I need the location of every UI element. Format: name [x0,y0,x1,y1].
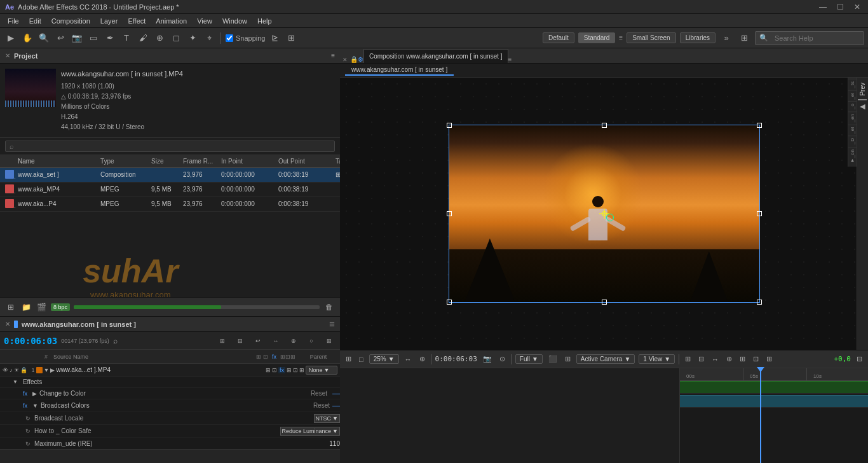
workspace-libraries[interactable]: Libraries [680,32,715,43]
vc-camera-icon[interactable]: 📷 [481,355,494,363]
effect-label-ts[interactable]: _ts [848,79,857,90]
effects-expand-icon[interactable]: ▼ [13,379,18,385]
th-framerate[interactable]: Frame R... [180,156,219,166]
menu-help[interactable]: Help [252,16,277,26]
layer-switch-1[interactable]: ⊞ [266,367,271,373]
layer-switch-5[interactable]: ⊞ [299,367,304,373]
handle-top-left[interactable] [447,123,452,128]
prev-seek-icon[interactable]: |◄ [858,99,868,111]
th-type[interactable]: Type [98,156,149,166]
menu-animation[interactable]: Animation [151,16,192,26]
layer-switch-3[interactable]: ⊞ [287,367,292,373]
effect-label-el2[interactable]: _el [848,125,857,136]
handle-bottom-left[interactable] [447,300,452,305]
timeline-close-icon[interactable]: ✕ [5,321,10,328]
tl-ctrl-4[interactable]: ↔ [269,334,283,348]
tool-text[interactable]: T [119,31,133,45]
effect-label-on[interactable]: ▼_on [848,147,857,165]
table-row[interactable]: www.aka_MP4 MPEG 9,5 MB 23,976 0:00:00:0… [0,183,340,197]
tool-camera[interactable]: 📷 [70,31,84,45]
handle-top-mid[interactable] [602,123,607,128]
quality-dropdown[interactable]: Full ▼ [515,354,543,364]
vc-btn-5[interactable]: ⊞ [738,355,747,363]
vc-btn-6[interactable]: ⊡ [751,355,761,363]
camera-dropdown[interactable]: Active Camera ▼ [576,354,635,364]
layer-visible-icon[interactable]: 👁 [3,367,8,373]
vc-zoom-icon[interactable]: ⊕ [417,355,427,363]
menu-layer[interactable]: Layer [95,16,123,26]
toolbar-icon-1[interactable]: ⊞ [737,31,751,45]
layer-expand-2[interactable]: ▶ [50,367,55,373]
th-inpoint[interactable]: In Point [219,156,276,166]
tl-ctrl-5[interactable]: ⊕ [287,334,301,348]
tool-brush[interactable]: 🖌 [136,31,150,45]
footer-trash-icon[interactable]: 🗑 [323,301,335,313]
snap-icon-2[interactable]: ⊞ [285,31,299,45]
tl-ctrl-2[interactable]: ⊟ [233,334,247,348]
timecode-display[interactable]: 0:00:06:03 [4,336,57,346]
vc-display-icon[interactable]: ⬛ [546,355,559,363]
locale-dropdown[interactable]: NTSC ▼ [314,414,340,423]
tool-rotate[interactable]: ↩ [53,31,67,45]
tool-selection[interactable]: ▶ [4,31,18,45]
search-input[interactable] [771,33,860,43]
ctc-expand-icon[interactable]: ▶ [32,390,37,397]
menu-file[interactable]: File [3,16,24,26]
th-size[interactable]: Size [149,156,180,166]
layer-audio-icon[interactable]: ♪ [10,367,13,373]
zoom-dropdown[interactable]: 25% ▼ [369,354,399,364]
track-1-bar-green[interactable] [680,381,868,393]
effect-label-el1[interactable]: _el [848,90,857,102]
tool-eraser[interactable]: ◻ [169,31,183,45]
comp-tab-settings-icon[interactable]: ⚙ [358,56,363,63]
vc-fit-icon[interactable]: ↔ [403,356,414,363]
colortype-cycle-icon[interactable]: ↻ [25,428,31,434]
change-color-reset[interactable]: Reset [311,390,327,397]
vc-grid-icon[interactable]: ⊞ [563,355,573,363]
vc-btn-4[interactable]: ⊕ [724,355,734,363]
vc-always-preview[interactable]: ⊞ [344,355,353,363]
effect-label-o[interactable]: _o [848,101,857,111]
playhead[interactable] [760,368,761,463]
tl-ctrl-3[interactable]: ↩ [251,334,265,348]
tool-rect[interactable]: ▭ [86,31,100,45]
menu-window[interactable]: Window [217,16,252,26]
layer-switch-2[interactable]: ⊡ [272,367,277,373]
bc-expand-icon[interactable]: ▼ [32,403,38,409]
comp-canvas[interactable] [449,125,760,303]
menu-edit[interactable]: Edit [24,16,46,26]
comp-tab-main[interactable]: Composition www.akangsuhar.com [ in suns… [363,49,508,63]
extend-workspace[interactable]: » [719,31,733,45]
timeline-search-btn[interactable]: ⌕ [113,336,118,345]
parent-dropdown[interactable]: None ▼ [306,366,337,375]
timeline-menu-icon[interactable]: ☰ [329,321,335,328]
minimize-button[interactable]: — [817,3,829,11]
effect-label-d[interactable]: _D [848,135,857,146]
menu-composition[interactable]: Composition [46,16,95,26]
ire-cycle-icon[interactable]: ↻ [25,441,31,447]
table-row[interactable]: www.aka_set ] Composition 23,976 0:00:00… [0,168,340,183]
table-row[interactable]: www.aka...P4 MPEG 9,5 MB 23,976 0:00:00:… [0,197,340,212]
vc-btn-2[interactable]: ⊟ [696,355,706,363]
footer-icon-2[interactable]: 📁 [20,301,32,313]
broadcast-reset[interactable]: Reset [313,402,330,409]
tool-puppet[interactable]: ✦ [186,31,200,45]
tool-clone[interactable]: ⊕ [153,31,166,45]
effect-label-en[interactable]: _en [848,111,857,124]
handle-bottom-mid[interactable] [602,300,607,305]
view-dropdown[interactable]: 1 View ▼ [639,354,675,364]
layer-name-1[interactable]: www.aka...et ].MP4 [56,366,264,373]
project-search-input[interactable] [5,141,335,152]
handle-mid-right[interactable] [757,211,762,216]
track-2-bar-teal[interactable] [680,395,868,407]
prev-label[interactable]: Prev [859,80,866,99]
comp-options-icon[interactable]: ≡ [508,56,512,63]
layer-fx-btn[interactable]: fx [278,367,285,373]
footer-icon-3[interactable]: 🎬 [36,301,47,313]
project-menu-icon[interactable]: ≡ [331,52,335,59]
comp-tab-close-icon[interactable]: ✕ [340,57,350,63]
snap-checkbox[interactable] [226,34,233,42]
comp-subtab-main[interactable]: www.akangsuhar.com [ in sunset ] [345,65,454,76]
close-button[interactable]: ✕ [851,3,863,11]
vc-last-btn[interactable]: ⊟ [855,355,864,363]
